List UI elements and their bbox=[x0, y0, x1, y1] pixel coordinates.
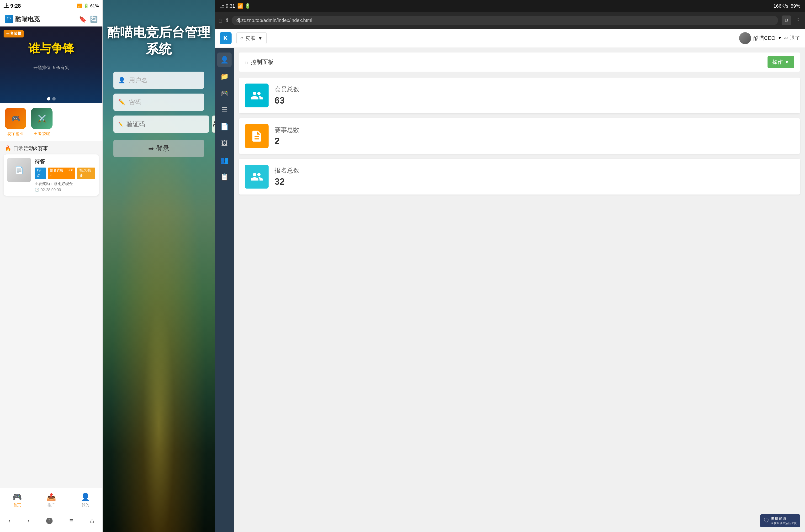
sidebar-icon-document[interactable]: 📄 bbox=[217, 119, 231, 134]
sidebar-icon-menu[interactable]: ☰ bbox=[217, 102, 231, 117]
game-icon-1: 🎮 bbox=[5, 108, 26, 129]
activity-tags: 报名 报名费用：5.00元 报名截止 bbox=[35, 168, 95, 179]
battery-1: 61% bbox=[90, 4, 99, 8]
operations-text: 操作 bbox=[772, 58, 783, 65]
panel3-admin: 上 9:31 📶 🔋 166K/s 59% ⌂ ℹ dj.zdznb.top/a… bbox=[215, 0, 805, 532]
tag-signup[interactable]: 报名 bbox=[35, 168, 46, 179]
back-btn[interactable]: ‹ bbox=[8, 517, 11, 525]
members-icon-box bbox=[245, 83, 268, 108]
bookmark-icon[interactable]: 🔖 bbox=[79, 16, 87, 23]
login-arrow-icon: ➡ bbox=[148, 145, 154, 153]
admin-content: 👤 📁 🎮 ☰ 📄 🖼 👥 📋 ⌂ 控制面板 操作 ▼ bbox=[215, 48, 805, 532]
operations-chevron-icon: ▼ bbox=[784, 59, 789, 65]
members-value: 63 bbox=[275, 95, 299, 106]
admin-network: 166K/s bbox=[773, 3, 788, 9]
activity-card[interactable]: 📄 待答 报名 报名费用：5.00元 报名截止 比赛奖励：刚刚好现金 🕐 02-… bbox=[4, 154, 99, 196]
wifi-icon: 🔋 bbox=[83, 3, 89, 8]
breadcrumb-home-icon: ⌂ bbox=[245, 59, 248, 65]
operations-button[interactable]: 操作 ▼ bbox=[768, 56, 794, 68]
clock-icon: 🕐 bbox=[35, 188, 39, 192]
user-chevron-icon: ▼ bbox=[778, 36, 782, 40]
sidebar-icon-person[interactable]: 👤 bbox=[217, 53, 231, 67]
game-item-2[interactable]: ⚔️ 王者荣耀 bbox=[31, 108, 53, 136]
logout-text: 退了 bbox=[790, 35, 800, 42]
chevron-down-icon: ▼ bbox=[258, 35, 263, 41]
profile-nav-icon: 👤 bbox=[81, 492, 90, 501]
user-field-icon: 👤 bbox=[118, 77, 125, 83]
browser-bottom-bar: ‹ › 2 ≡ ⌂ bbox=[0, 512, 102, 532]
dot-2[interactable] bbox=[52, 97, 56, 100]
tag-deadline: 报名截止 bbox=[77, 168, 95, 179]
app-logo-text: 酷喵电竞 bbox=[15, 15, 40, 23]
header-icons[interactable]: 🔖 🔄 bbox=[79, 16, 98, 23]
registrations-icon-box bbox=[245, 165, 268, 189]
browser-d-icon[interactable]: D bbox=[782, 16, 791, 25]
section-title-text: 日常活动&赛事 bbox=[13, 145, 48, 152]
forward-btn[interactable]: › bbox=[27, 517, 30, 525]
browser-info-icon[interactable]: ℹ bbox=[226, 17, 228, 23]
browser-home-icon[interactable]: ⌂ bbox=[219, 17, 223, 24]
url-text: dj.zdznb.top/admin/index/index.html bbox=[236, 18, 312, 23]
activity-prize: 比赛奖励：刚刚好现金 bbox=[35, 182, 95, 186]
sidebar-icon-person2[interactable]: 👥 bbox=[217, 153, 231, 167]
activity-thumb: 📄 bbox=[7, 158, 31, 182]
login-container: 酷喵电竞后台管理系统 👤 ✏️ ✏️ kp₀.zoo₁ bbox=[102, 0, 215, 157]
browser-bar: ⌂ ℹ dj.zdznb.top/admin/index/index.html … bbox=[215, 12, 805, 28]
logout-button[interactable]: ↩ 退了 bbox=[784, 35, 800, 42]
game-icon-2: ⚔️ bbox=[31, 108, 53, 129]
watermark-subtitle: 互联互联生活新时代 bbox=[771, 521, 797, 525]
sidebar-icon-folder[interactable]: 📁 bbox=[217, 69, 231, 83]
nav-label-profile: 我的 bbox=[82, 502, 89, 508]
watermark: 🛡 撸撸资源 互联互联生活新时代 bbox=[760, 514, 800, 527]
circle-icon: ○ bbox=[240, 35, 243, 41]
status-bar-1: 上 9:28 📶 🔋 61% bbox=[0, 0, 102, 12]
activity-name: 待答 bbox=[35, 158, 95, 165]
breadcrumb-content: ⌂ 控制面板 bbox=[245, 58, 274, 66]
captcha-edit-icon: ✏️ bbox=[118, 122, 123, 127]
stat-info-tournaments: 赛事总数 2 bbox=[275, 126, 299, 146]
skin-label: 皮肤 bbox=[245, 35, 256, 42]
k-logo: K bbox=[220, 32, 231, 44]
share-nav-icon: 📤 bbox=[46, 492, 56, 501]
menu-btn[interactable]: ≡ bbox=[69, 517, 73, 525]
bottom-nav: 🎮 首页 📤 推广 👤 我的 bbox=[0, 488, 102, 512]
stat-card-members: 会员总数 63 bbox=[239, 78, 800, 113]
nav-label-home: 首页 bbox=[13, 502, 21, 508]
admin-main: ⌂ 控制面板 操作 ▼ 会员总数 bbox=[234, 48, 805, 532]
nav-label-share: 推广 bbox=[48, 502, 55, 508]
browser-menu-icon[interactable]: ⋮ bbox=[795, 17, 801, 24]
admin-topbar: K ○ 皮肤 ▼ 酷喵CEO ▼ ↩ 退了 bbox=[215, 28, 805, 48]
game-label-2: 王者荣耀 bbox=[34, 131, 50, 136]
tabs-btn[interactable]: 2 bbox=[46, 518, 53, 524]
sidebar-icon-gamepad[interactable]: 🎮 bbox=[217, 86, 231, 100]
browser-url-bar[interactable]: dj.zdznb.top/admin/index/index.html bbox=[231, 16, 778, 25]
password-field-wrap: ✏️ bbox=[113, 94, 204, 111]
watermark-title: 撸撸资源 bbox=[771, 516, 797, 521]
username-field-wrap: 👤 bbox=[113, 72, 204, 89]
refresh-icon[interactable]: 🔄 bbox=[90, 16, 98, 23]
tournaments-value: 2 bbox=[275, 136, 299, 146]
nav-home[interactable]: 🎮 首页 bbox=[13, 492, 22, 508]
nav-share[interactable]: 📤 推广 bbox=[46, 492, 56, 508]
username-input[interactable] bbox=[129, 77, 206, 84]
tag-fee: 报名费用：5.00元 bbox=[48, 168, 75, 179]
login-button[interactable]: ➡ 登录 bbox=[113, 140, 204, 157]
captcha-image[interactable]: kp₀.zoo₁ bbox=[212, 115, 215, 133]
avatar-img bbox=[739, 32, 751, 44]
skin-selector[interactable]: ○ 皮肤 ▼ bbox=[236, 33, 267, 44]
dot-1[interactable] bbox=[47, 97, 50, 100]
browser-home-btn[interactable]: ⌂ bbox=[90, 517, 94, 525]
game-icons-row: 🎮 花宇霸业 ⚔️ 王者荣耀 bbox=[0, 103, 102, 141]
captcha-row: ✏️ kp₀.zoo₁ bbox=[113, 115, 204, 133]
breadcrumb-bar: ⌂ 控制面板 操作 ▼ bbox=[239, 53, 800, 72]
login-form: 👤 ✏️ ✏️ kp₀.zoo₁ ➡ 登录 bbox=[113, 72, 204, 157]
nav-profile[interactable]: 👤 我的 bbox=[81, 492, 90, 508]
game-item-1[interactable]: 🎮 花宇霸业 bbox=[5, 108, 26, 136]
captcha-input[interactable] bbox=[127, 120, 204, 128]
stat-card-registrations: 报名总数 32 bbox=[239, 159, 800, 194]
sidebar-icon-image[interactable]: 🖼 bbox=[217, 136, 231, 150]
stat-info-registrations: 报名总数 32 bbox=[275, 166, 299, 187]
members-label: 会员总数 bbox=[275, 85, 299, 94]
sidebar-icon-list[interactable]: 📋 bbox=[217, 169, 231, 184]
password-input[interactable] bbox=[129, 99, 206, 106]
